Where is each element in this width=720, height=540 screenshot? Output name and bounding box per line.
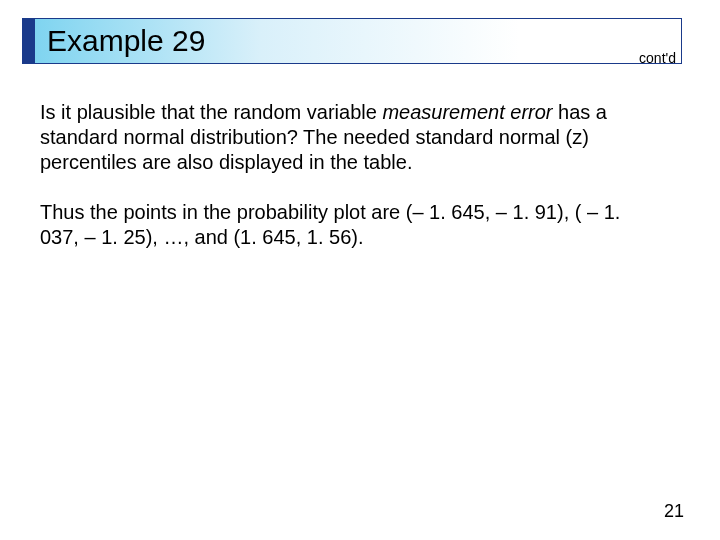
paragraph-1-italic: measurement error (382, 101, 552, 123)
slide-title: Example 29 (47, 24, 205, 58)
title-accent-bar (23, 19, 35, 63)
continued-label: cont'd (639, 50, 676, 66)
title-container: Example 29 (22, 18, 682, 64)
page-number: 21 (664, 501, 684, 522)
paragraph-2: Thus the points in the probability plot … (40, 200, 660, 250)
paragraph-1-pre: Is it plausible that the random variable (40, 101, 382, 123)
paragraph-1: Is it plausible that the random variable… (40, 100, 660, 175)
